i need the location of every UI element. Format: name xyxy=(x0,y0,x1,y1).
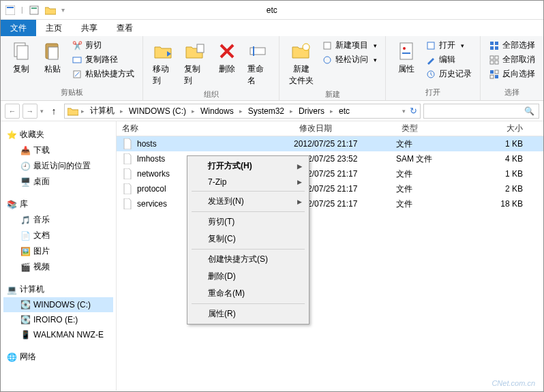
header-date[interactable]: 修改日期 xyxy=(294,121,396,136)
menu-item[interactable]: 发送到(N)▶ xyxy=(189,193,307,210)
file-name: services xyxy=(137,199,167,209)
header-type[interactable]: 类型 xyxy=(396,121,478,136)
nav-forward-button[interactable]: → xyxy=(22,104,37,119)
ribbon-group-new-label: 新建 xyxy=(286,88,378,100)
table-row[interactable]: hosts2012/07/25 21:17文件1 KB xyxy=(117,136,543,151)
sidebar-item-walkman[interactable]: 📱WALKMAN NWZ-E xyxy=(3,327,113,342)
menu-item[interactable]: 属性(R) xyxy=(189,305,307,322)
nav-up-button[interactable]: ↑ xyxy=(46,104,61,119)
sidebar-item-videos[interactable]: 🎬视频 xyxy=(3,259,113,275)
file-area: 名称 修改日期 类型 大小 hosts2012/07/25 21:17文件1 K… xyxy=(117,121,543,391)
open-icon xyxy=(425,40,436,51)
menu-item[interactable]: 7-Zip▶ xyxy=(189,175,307,190)
qa-properties-icon[interactable] xyxy=(29,5,40,16)
crumb-computer[interactable]: 计算机 xyxy=(87,105,117,117)
address-bar[interactable]: ▸ 计算机▸ WINDOWS (C:)▸ Windows▸ System32▸ … xyxy=(64,104,421,119)
drive-icon: 💽 xyxy=(20,299,31,310)
menu-item[interactable]: < path d="M1 2 L7 0 L13 2 L13 7 Q13 13 7… xyxy=(189,268,307,285)
sidebar-item-desktop[interactable]: 🖥️桌面 xyxy=(3,174,113,190)
sidebar-libraries[interactable]: 📚库 xyxy=(3,196,113,212)
crumb-c[interactable]: WINDOWS (C:) xyxy=(126,106,189,116)
menu-item[interactable]: 复制(C) xyxy=(189,230,307,247)
app-menu-icon[interactable] xyxy=(5,5,16,16)
svg-rect-11 xyxy=(250,48,265,55)
table-row[interactable]: services2012/07/25 21:17文件18 KB xyxy=(117,196,543,211)
search-input[interactable]: 🔍 xyxy=(423,104,539,119)
move-to-button[interactable]: 移动到 xyxy=(150,39,177,88)
network-icon: 🌐 xyxy=(6,352,17,363)
sidebar-item-music[interactable]: 🎵音乐 xyxy=(3,212,113,228)
paste-shortcut-button[interactable]: 粘贴快捷方式 xyxy=(70,67,136,80)
nav-back-button[interactable]: ← xyxy=(5,104,20,119)
easy-access-button[interactable]: 轻松访问▾ xyxy=(320,53,378,66)
ribbon-group-open-label: 打开 xyxy=(393,86,473,97)
edit-button[interactable]: 编辑 xyxy=(424,53,473,66)
menu-separator xyxy=(192,249,305,250)
invert-selection-button[interactable]: 反向选择 xyxy=(487,67,537,80)
open-button[interactable]: 打开▾ xyxy=(424,39,473,52)
sidebar-item-drive-e[interactable]: 💽IROIRO (E:) xyxy=(3,312,113,327)
sidebar-item-pictures[interactable]: 🖼️图片 xyxy=(3,243,113,259)
svg-point-15 xyxy=(324,57,331,63)
new-folder-icon xyxy=(290,40,312,62)
tab-file[interactable]: 文件 xyxy=(1,20,36,36)
chevron-right-icon[interactable]: ▸ xyxy=(190,108,196,115)
delete-button[interactable]: 删除 xyxy=(213,39,241,76)
header-size[interactable]: 大小 xyxy=(478,121,543,136)
menu-item[interactable]: < path d="M1 2 L7 0 L13 2 L13 7 Q13 13 7… xyxy=(189,285,307,302)
select-none-button[interactable]: 全部取消 xyxy=(487,53,537,66)
refresh-icon[interactable]: ↻ xyxy=(410,106,417,116)
table-row[interactable]: protocol2012/07/25 21:17文件2 KB xyxy=(117,181,543,196)
properties-button[interactable]: 属性 xyxy=(393,39,420,76)
videos-icon: 🎬 xyxy=(20,262,31,273)
menu-item-label: 复制(C) xyxy=(208,233,236,245)
chevron-right-icon[interactable]: ▸ xyxy=(288,108,294,115)
chevron-right-icon[interactable]: ▸ xyxy=(119,108,125,115)
tab-view[interactable]: 查看 xyxy=(107,20,142,36)
copy-path-button[interactable]: 复制路径 xyxy=(70,53,136,66)
crumb-drivers[interactable]: Drivers xyxy=(296,106,327,116)
rename-button[interactable]: 重命名 xyxy=(245,39,272,88)
sidebar-item-documents[interactable]: 📄文档 xyxy=(3,228,113,243)
table-row[interactable]: networks2012/07/25 21:17文件1 KB xyxy=(117,166,543,181)
copy-button[interactable]: 复制 xyxy=(7,39,35,76)
svg-rect-22 xyxy=(495,42,498,45)
chevron-right-icon[interactable]: ▸ xyxy=(329,108,335,115)
select-none-icon xyxy=(489,55,500,65)
sidebar-item-recent[interactable]: 🕘最近访问的位置 xyxy=(3,158,113,174)
menu-item-label: 剪切(T) xyxy=(208,216,235,228)
history-button[interactable]: 历史记录 xyxy=(424,67,473,80)
file-name: networks xyxy=(137,169,170,179)
menu-separator xyxy=(192,211,305,212)
sidebar-favorites[interactable]: ⭐收藏夹 xyxy=(3,127,113,142)
new-folder-button[interactable]: 新建 文件夹 xyxy=(286,39,316,88)
paste-button[interactable]: 粘贴 xyxy=(39,39,66,76)
tab-share[interactable]: 共享 xyxy=(72,20,107,36)
tab-home[interactable]: 主页 xyxy=(36,20,72,36)
file-size: 4 KB xyxy=(478,154,543,164)
sidebar-item-drive-c[interactable]: 💽WINDOWS (C:) xyxy=(3,297,113,312)
menu-item[interactable]: 创建快捷方式(S) xyxy=(189,251,307,268)
nav-recent-dropdown[interactable]: ▾ xyxy=(40,108,44,115)
new-item-button[interactable]: 新建项目▾ xyxy=(320,39,378,52)
sidebar-computer[interactable]: 💻计算机 xyxy=(3,282,113,297)
file-type: 文件 xyxy=(396,138,478,150)
sidebar-network[interactable]: 🌐网络 xyxy=(3,349,113,365)
chevron-right-icon[interactable]: ▸ xyxy=(80,108,86,115)
chevron-right-icon[interactable]: ▸ xyxy=(238,108,244,115)
menu-item[interactable]: 打开方式(H)▶ xyxy=(189,157,307,175)
sidebar-item-downloads[interactable]: 📥下载 xyxy=(3,142,113,158)
crumb-system32[interactable]: System32 xyxy=(245,106,287,116)
header-name[interactable]: 名称 xyxy=(117,121,294,136)
menu-item[interactable]: 剪切(T) xyxy=(189,213,307,230)
crumb-windows[interactable]: Windows xyxy=(198,106,237,116)
copy-to-button[interactable]: 复制到 xyxy=(181,39,209,88)
crumb-etc[interactable]: etc xyxy=(336,106,352,116)
address-dropdown-icon[interactable]: ▾ xyxy=(402,108,406,115)
file-list[interactable]: hosts2012/07/25 21:17文件1 KBlmhosts2012/0… xyxy=(117,136,543,391)
qa-newfolder-icon[interactable] xyxy=(45,5,56,16)
table-row[interactable]: lmhosts2012/07/25 23:52SAM 文件4 KB xyxy=(117,151,543,166)
cut-button[interactable]: ✂️剪切 xyxy=(70,39,136,52)
select-all-button[interactable]: 全部选择 xyxy=(487,39,537,52)
qa-chevron-icon[interactable]: ▾ xyxy=(61,6,65,14)
